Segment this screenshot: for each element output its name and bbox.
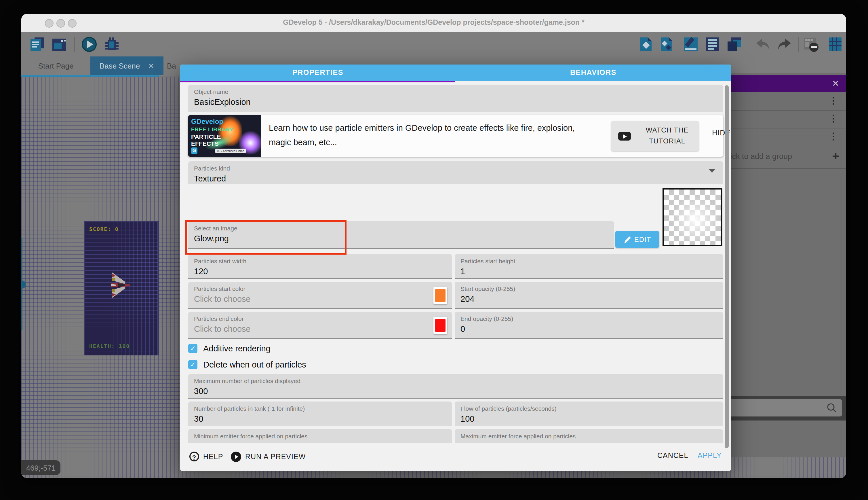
close-tab-icon[interactable]: ✕ [148, 61, 154, 70]
flow-field[interactable]: Flow of particles (particles/seconds) 10… [455, 401, 723, 426]
checkbox-checked-icon[interactable]: ✓ [188, 344, 197, 353]
youtube-icon [618, 132, 631, 140]
end-color-field[interactable]: Particles end color Click to choose [188, 311, 452, 339]
dialog-footer: ? HELP RUN A PREVIEW CANCEL APPLY [180, 443, 731, 471]
end-opacity-field[interactable]: End opacity (0-255) 0 [455, 311, 723, 339]
gdevelop-logo: G [191, 147, 197, 154]
object-menu-icon[interactable]: ⋮ [829, 113, 838, 124]
run-preview-button[interactable]: RUN A PREVIEW [231, 452, 306, 462]
layers-icon[interactable] [705, 36, 721, 53]
tutorial-text: Learn how to use particle emitters in GD… [269, 121, 591, 150]
object-menu-icon[interactable]: ⋮ [829, 131, 838, 142]
debugger-icon[interactable] [103, 36, 119, 53]
max-force-field[interactable]: Maximum emitter force applied on particl… [455, 429, 723, 443]
toggle-mask-icon[interactable] [803, 36, 819, 53]
paintbrush-icon [623, 235, 631, 243]
dialog-scrollbar[interactable] [725, 85, 729, 448]
active-dialog-tab-indicator [180, 81, 455, 82]
object-groups-icon[interactable] [658, 36, 675, 53]
start-width-field[interactable]: Particles start width 120 [188, 254, 452, 279]
player-ship-sprite [110, 271, 131, 299]
scene-editor-icon[interactable] [51, 36, 67, 53]
delete-when-out-checkbox-row[interactable]: ✓ Delete when out of particles [188, 358, 306, 371]
start-color-field[interactable]: Particles start color Click to choose [188, 282, 452, 309]
desktop: GDevelop 5 - /Users/dkarakay/Documents/G… [0, 0, 868, 500]
cursor-coordinates: 469;-571 [21, 460, 60, 475]
titlebar: GDevelop 5 - /Users/dkarakay/Documents/G… [21, 14, 846, 32]
help-button[interactable]: ? HELP [189, 452, 223, 462]
toolbar-separator [798, 37, 799, 52]
tab-base-scene[interactable]: Base Scene ✕ [90, 56, 163, 75]
tab-behaviors[interactable]: BEHAVIORS [456, 65, 731, 81]
dialog-tabbar: PROPERTIES BEHAVIORS [180, 65, 731, 81]
min-force-field[interactable]: Minimum emitter force applied on particl… [188, 429, 452, 443]
tab-start-page[interactable]: Start Page [21, 56, 90, 75]
edit-image-button[interactable]: EDIT [615, 231, 659, 248]
instances-list-icon[interactable] [726, 36, 742, 53]
search-icon [826, 402, 837, 413]
undo-icon[interactable] [754, 36, 771, 53]
apply-button[interactable]: APPLY [697, 452, 722, 460]
tutorial-banner: GDevelop FREE LIBRARY PARTICLE EFFECTS G… [188, 115, 723, 157]
play-preview-icon[interactable] [81, 36, 97, 53]
toggle-grid-icon[interactable] [827, 36, 843, 53]
highlight-rectangle [185, 220, 347, 254]
watch-tutorial-button[interactable]: WATCH THE TUTORIAL [611, 121, 699, 151]
tab-properties[interactable]: PROPERTIES [180, 65, 456, 81]
toolbar-separator [74, 37, 75, 52]
object-menu-icon[interactable]: ⋮ [829, 95, 838, 106]
help-icon: ? [189, 452, 199, 462]
cancel-button[interactable]: CANCEL [657, 452, 688, 460]
max-particles-field[interactable]: Maximum number of particles displayed 30… [188, 374, 723, 399]
health-text: HEALTH: 100 [89, 343, 130, 349]
object-properties-dialog: PROPERTIES BEHAVIORS Object name BasicEx… [180, 65, 731, 471]
particle-texture-preview [662, 189, 723, 246]
particles-kind-select[interactable]: Particles kind Textured [188, 161, 723, 184]
hide-banner-button[interactable]: HIDE [704, 129, 739, 137]
start-color-swatch[interactable] [433, 287, 447, 304]
toolbar-separator [748, 37, 748, 52]
edit-scene-properties-icon[interactable] [683, 36, 699, 53]
chevron-down-icon [709, 169, 715, 173]
main-toolbar: 1:1 [21, 32, 846, 56]
redo-icon[interactable] [776, 36, 793, 53]
add-group-label: Click to add a group [723, 152, 792, 161]
checkbox-checked-icon[interactable]: ✓ [188, 360, 197, 369]
start-opacity-field[interactable]: Start opacity (0-255) 204 [455, 282, 723, 309]
object-name-value: BasicExplosion [194, 97, 717, 106]
add-group-plus-icon[interactable]: + [832, 149, 839, 163]
project-manager-icon[interactable] [30, 36, 46, 53]
additive-rendering-checkbox-row[interactable]: ✓ Additive rendering [188, 342, 271, 355]
start-height-field[interactable]: Particles start height 1 [455, 254, 723, 279]
add-object-icon[interactable] [638, 36, 654, 53]
end-color-swatch[interactable] [433, 317, 447, 334]
close-panel-icon[interactable]: ✕ [832, 78, 839, 89]
object-name-field[interactable]: Object name BasicExplosion [188, 85, 723, 112]
glow-texture [664, 190, 721, 245]
app-window: GDevelop 5 - /Users/dkarakay/Documents/G… [21, 14, 846, 478]
canvas-left-scroll-handle[interactable] [21, 281, 26, 288]
tank-field[interactable]: Number of particles in tank (-1 for infi… [188, 401, 452, 426]
game-scene-area: SCORE: 0 HEALTH: 100 [84, 221, 159, 355]
tutorial-thumbnail[interactable]: GDevelop FREE LIBRARY PARTICLE EFFECTS G… [188, 115, 261, 157]
object-name-label: Object name [194, 88, 717, 95]
score-text: SCORE: 0 [89, 226, 119, 232]
play-icon [231, 452, 241, 462]
window-title: GDevelop 5 - /Users/dkarakay/Documents/G… [21, 19, 846, 26]
